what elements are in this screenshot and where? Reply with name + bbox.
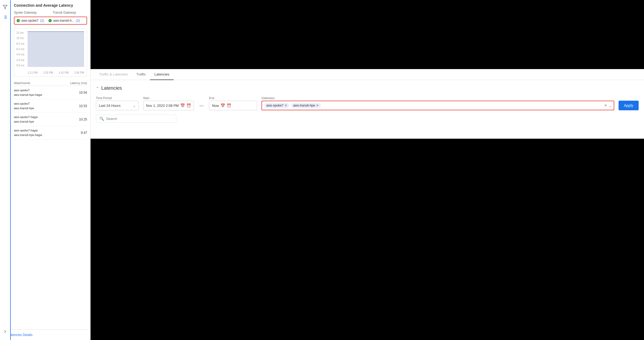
latency-value-2: 10.53: [59, 99, 87, 113]
col-attachments: Attachments: [14, 80, 59, 86]
table-row: aws-spoke7aws-transit-hpe 10.53: [14, 99, 87, 113]
end-datetime[interactable]: Now 📅 ⏰: [209, 101, 257, 110]
chevron-right-icon[interactable]: [1, 327, 9, 336]
spoke-count: (2): [40, 19, 44, 22]
sidebar-icons: [0, 0, 11, 340]
latency-value-1: 10.54: [59, 86, 87, 99]
attachment-name-1: aws-spoke7aws-transit-hpe-hagw: [14, 88, 59, 97]
attachment-name-2: aws-spoke7aws-transit-hpe: [14, 101, 59, 110]
section-title: ⌃ Latencies: [96, 85, 639, 91]
svg-marker-0: [3, 5, 7, 9]
transit-name: aws-transit-h...: [53, 19, 74, 22]
calendar-icon[interactable]: 📅: [180, 103, 185, 108]
gateways-dropdown-arrow[interactable]: ⌄: [609, 104, 612, 108]
col-latency: Latency (ms): [59, 80, 87, 86]
end-clock-icon[interactable]: ⏰: [227, 103, 231, 108]
spoke-name: aws-spoke7: [21, 19, 39, 22]
gateway-tag-transit-label: aws-transit-hpe: [293, 104, 315, 107]
panel-content: ⌃ Latencies Time Period Last 24 Hours ⌄ …: [91, 80, 644, 128]
y-label-6: 6.0 ms: [16, 48, 24, 51]
table-row: aws-spoke7-hagwaws-transit-hpe-hagw 9.47: [14, 126, 87, 139]
start-label: Start: [143, 96, 194, 100]
transit-dot: [48, 19, 52, 22]
chevron-down-icon: ⌄: [133, 104, 136, 108]
clock-icon[interactable]: ⏰: [186, 103, 191, 108]
gateways-group: Gateways aws-spoke7 ✕ aws-transit-hpe ✕ …: [261, 96, 614, 110]
time-period-label: Time Period: [96, 96, 139, 100]
gateway-tag-transit: aws-transit-hpe ✕: [291, 103, 321, 108]
latency-value-4: 9.47: [59, 126, 87, 139]
gateway-selection-row: aws-spoke7 (2) aws-transit-h... (2): [14, 17, 87, 25]
table-row: aws-spoke7aws-transit-hpe-hagw 10.54: [14, 86, 87, 99]
tab-traffic-latencies[interactable]: Traffic & Latencies: [95, 69, 132, 80]
time-period-group: Time Period Last 24 Hours ⌄: [96, 96, 139, 110]
time-period-value: Last 24 Hours: [99, 104, 121, 108]
filter-row: Time Period Last 24 Hours ⌄ Start Nov 1,…: [96, 96, 639, 110]
main-panel: Traffic & Latencies Traffic Latencies ⌃ …: [91, 69, 644, 139]
end-label: End: [209, 96, 257, 100]
latencies-details-label: Latencies Details: [8, 333, 32, 337]
apply-button[interactable]: Apply: [619, 101, 639, 110]
end-value: Now: [212, 104, 219, 108]
filter-icon[interactable]: [1, 3, 9, 11]
tabs-row: Traffic & Latencies Traffic Latencies: [91, 69, 644, 80]
time-period-select[interactable]: Last 24 Hours ⌄: [96, 101, 139, 110]
gateways-label: Gateways: [261, 96, 614, 100]
transit-gateway-label: Transit Gateway: [53, 11, 76, 14]
y-label-4: 4.0 ms: [16, 53, 24, 56]
attachments-table: Attachments Latency (ms) aws-spoke7aws-t…: [14, 80, 87, 139]
gateways-selector[interactable]: aws-spoke7 ✕ aws-transit-hpe ✕ ✕ ⌄: [261, 101, 614, 110]
sidebar: Connection and Average Latency Spoke Gat…: [0, 0, 91, 340]
gateways-clear-icon[interactable]: ✕: [604, 104, 607, 107]
y-label-8: 8.0 ms: [16, 42, 24, 45]
search-icon: 🔍: [99, 116, 104, 121]
start-value: Nov 1, 2023 2:08 PM: [146, 104, 179, 108]
sidebar-title: Connection and Average Latency: [14, 3, 87, 7]
sidebar-content: Connection and Average Latency Spoke Gat…: [11, 0, 90, 330]
x-label-3: 1:41 PM: [59, 71, 69, 74]
tab-latencies[interactable]: Latencies: [150, 69, 174, 80]
x-label-2: 1:26 PM: [43, 71, 53, 74]
latency-value-3: 10.25: [59, 113, 87, 126]
end-group: End Now 📅 ⏰: [209, 96, 257, 110]
y-label-0: 0.0 ms: [16, 64, 24, 67]
latencies-details-link[interactable]: Latencies Details: [0, 330, 90, 340]
gateway-tag-spoke-close[interactable]: ✕: [284, 104, 287, 107]
spoke-gateway-label: Spoke Gateway: [14, 11, 37, 14]
chart-area: [28, 31, 84, 67]
tab-traffic[interactable]: Traffic: [132, 69, 150, 80]
x-label-1: 1:11 PM: [28, 71, 38, 74]
dash-separator: —: [198, 103, 205, 108]
y-label-10: 10 ms: [16, 37, 24, 40]
transit-gateway-item[interactable]: aws-transit-h... (2): [48, 19, 80, 22]
end-calendar-icon[interactable]: 📅: [220, 103, 225, 108]
spoke-gateway-item[interactable]: aws-spoke7 (2): [17, 19, 44, 22]
section-title-text: Latencies: [101, 85, 122, 91]
transit-count: (2): [76, 19, 80, 22]
y-label-2: 2.0 ms: [16, 59, 24, 62]
attachment-name-4: aws-spoke7-hagwaws-transit-hpe-hagw: [14, 128, 59, 137]
y-label-12: 12 ms: [16, 31, 24, 34]
chart-y-axis: 12 ms 10 ms 8.0 ms 6.0 ms 4.0 ms 2.0 ms …: [16, 31, 24, 67]
section-caret: ⌃: [96, 86, 99, 90]
spoke-dot: [17, 19, 20, 22]
latency-chart: 12 ms 10 ms 8.0 ms 6.0 ms 4.0 ms 2.0 ms …: [14, 28, 87, 77]
gateway-tag-spoke-label: aws-spoke7: [266, 104, 283, 107]
sidebar-footer: Latencies Details: [0, 330, 90, 340]
attachment-name-3: aws-spoke7-hagwaws-transit-hpe: [14, 115, 59, 124]
list-icon[interactable]: [1, 13, 9, 21]
chart-x-axis: 1:11 PM 1:26 PM 1:41 PM 1:56 PM: [28, 71, 84, 74]
search-input[interactable]: [106, 117, 173, 121]
table-row: aws-spoke7-hagwaws-transit-hpe 10.25: [14, 113, 87, 126]
x-label-4: 1:56 PM: [74, 71, 84, 74]
search-row: 🔍: [96, 115, 176, 123]
gateway-tag-spoke: aws-spoke7 ✕: [264, 103, 289, 108]
gateway-headers: Spoke Gateway Transit Gateway: [14, 11, 87, 14]
start-group: Start Nov 1, 2023 2:08 PM 📅 ⏰: [143, 96, 194, 110]
start-datetime[interactable]: Nov 1, 2023 2:08 PM 📅 ⏰: [143, 101, 194, 110]
gateway-tag-transit-close[interactable]: ✕: [316, 104, 319, 107]
